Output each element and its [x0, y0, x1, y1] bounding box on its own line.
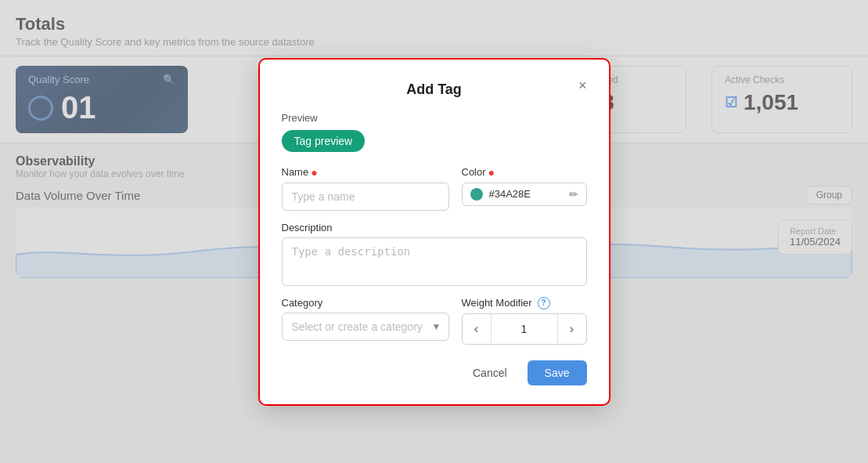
weight-group: Weight Modifier ? ‹ 1 ›	[462, 297, 587, 345]
modal-footer: Cancel Save	[282, 360, 587, 385]
category-group: Category Select or create a category ▼	[282, 297, 449, 345]
weight-value: 1	[491, 314, 558, 344]
modal-header: Add Tag ×	[282, 81, 587, 98]
save-button[interactable]: Save	[528, 360, 587, 385]
description-group: Description	[282, 222, 587, 286]
weight-help-icon[interactable]: ?	[538, 297, 550, 309]
modal-title: Add Tag	[406, 81, 462, 98]
name-color-row: Name ● Color ● #34A28E ✏	[282, 166, 587, 211]
name-input[interactable]	[282, 183, 449, 211]
name-group: Name ●	[282, 166, 449, 211]
name-label: Name ●	[282, 166, 449, 179]
color-hex-value: #34A28E	[489, 188, 563, 200]
weight-decrease-button[interactable]: ‹	[463, 314, 491, 344]
add-tag-modal: Add Tag × Preview Tag preview Name ● Col…	[258, 58, 610, 406]
category-select[interactable]: Select or create a category	[282, 313, 449, 341]
color-required: ●	[488, 166, 495, 179]
color-input-wrap[interactable]: #34A28E ✏	[462, 183, 587, 206]
weight-modifier: ‹ 1 ›	[462, 313, 587, 345]
weight-label: Weight Modifier ?	[462, 297, 587, 309]
color-label: Color ●	[462, 166, 587, 179]
page-background: Totals Track the Quality Score and key m…	[0, 0, 868, 463]
preview-label: Preview	[282, 112, 587, 124]
category-weight-row: Category Select or create a category ▼ W…	[282, 297, 587, 345]
weight-increase-button[interactable]: ›	[558, 314, 586, 344]
color-swatch	[470, 188, 483, 201]
edit-color-icon[interactable]: ✏	[569, 188, 578, 201]
category-label: Category	[282, 297, 449, 309]
tag-preview-badge: Tag preview	[282, 130, 366, 152]
name-required: ●	[311, 166, 317, 179]
description-label: Description	[282, 222, 587, 233]
category-select-wrap: Select or create a category ▼	[282, 313, 449, 341]
description-input[interactable]	[282, 237, 587, 286]
color-group: Color ● #34A28E ✏	[462, 166, 587, 211]
close-button[interactable]: ×	[578, 78, 587, 92]
cancel-button[interactable]: Cancel	[460, 360, 520, 385]
